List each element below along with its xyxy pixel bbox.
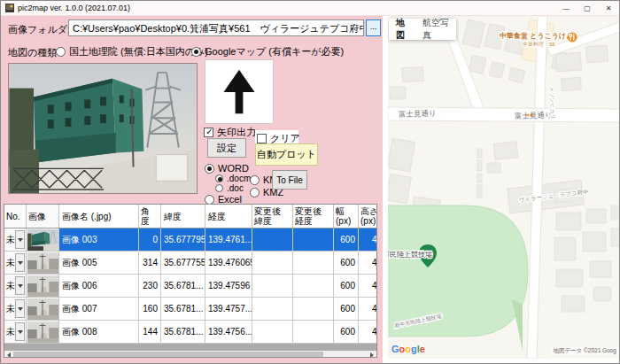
column-header-lat2[interactable]: 変更後 緯度 [252, 205, 293, 228]
longitude-cell[interactable]: 139.4757... [205, 298, 252, 320]
latitude-cell[interactable]: 35.6781... [161, 275, 205, 297]
radio-google[interactable]: Googleマップ (有償キーが必要) [191, 45, 344, 58]
new-longitude-cell[interactable] [293, 321, 334, 343]
maximize-icon[interactable]: ▢ [577, 1, 598, 16]
map-type-control[interactable]: 地図 航空写真 [389, 19, 456, 40]
to-file-button[interactable]: To File [272, 170, 307, 190]
new-latitude-cell[interactable] [252, 252, 293, 274]
latitude-cell[interactable]: 35.6781... [161, 321, 205, 343]
status-cell[interactable]: 未 [4, 228, 27, 251]
height-cell[interactable]: 45 [359, 228, 377, 251]
thumbnail-cell[interactable] [27, 228, 59, 251]
longitude-cell[interactable]: 139.4756... [205, 321, 252, 343]
poi-restaurant-category[interactable]: 中華料理・$$ [523, 42, 555, 47]
new-longitude-cell[interactable] [293, 275, 334, 297]
status-dropdown-button[interactable] [15, 322, 25, 341]
settings-button[interactable]: 設定 [207, 138, 246, 158]
map-canvas[interactable]: 地図 航空写真 [388, 16, 620, 359]
latitude-cell[interactable]: 35.677795 [161, 228, 205, 251]
width-cell[interactable]: 600 [334, 228, 359, 251]
new-latitude-cell[interactable] [252, 275, 293, 297]
height-cell[interactable]: 45 [359, 321, 377, 343]
stadium-label[interactable]: 府中市民陸上競技場 [388, 251, 432, 259]
width-cell[interactable]: 600 [334, 298, 359, 320]
restaurant-icon[interactable] [568, 33, 577, 43]
column-header-angle[interactable]: 角 度 [139, 205, 161, 228]
column-header-lat[interactable]: 緯度 [161, 205, 205, 228]
status-dropdown-button[interactable] [15, 253, 25, 272]
map-type-map[interactable]: 地図 [396, 17, 413, 42]
image-name-cell[interactable]: 画像 007 [59, 298, 139, 320]
column-header-lng[interactable]: 経度 [205, 205, 252, 228]
column-header-no[interactable]: No. [4, 205, 27, 228]
status-dropdown-button[interactable] [15, 299, 25, 318]
status-dropdown-button[interactable] [15, 230, 25, 249]
column-header-width[interactable]: 幅 (px) [334, 205, 359, 228]
image-name-cell[interactable]: 画像 005 [59, 252, 139, 274]
width-cell[interactable]: 600 [334, 321, 359, 343]
column-header-lng2[interactable]: 変更後 経度 [293, 205, 334, 228]
status-dropdown-button[interactable] [15, 276, 25, 295]
latitude-cell[interactable]: 35.6781... [161, 298, 205, 320]
thumbnail-cell[interactable] [27, 275, 59, 297]
status-cell[interactable]: 未 [4, 321, 27, 343]
image-name-cell[interactable]: 画像 008 [59, 321, 139, 343]
radio-docm[interactable]: .docm [215, 174, 251, 183]
new-longitude-cell[interactable] [293, 298, 334, 320]
table-row[interactable]: 未 [4, 275, 376, 298]
longitude-cell[interactable]: 139.476065 [205, 252, 252, 274]
column-header-name[interactable]: 画像名 (.jpg) [59, 205, 139, 228]
angle-cell[interactable]: 0 [139, 228, 161, 251]
angle-cell[interactable]: 230 [139, 275, 161, 297]
new-latitude-cell[interactable] [252, 321, 293, 343]
thumbnail-cell[interactable] [27, 252, 59, 274]
table-row[interactable]: 未 [4, 321, 376, 344]
table-row[interactable]: 未 [4, 252, 376, 275]
height-cell[interactable]: 45 [359, 298, 377, 320]
new-longitude-cell[interactable] [293, 228, 334, 251]
status-cell[interactable]: 未 [4, 298, 27, 320]
status-cell[interactable]: 未 [4, 252, 27, 274]
map-image[interactable]: 富士見通り 富士見通り 中華食堂 とうこうけん 中華料理・$$ メゾンヒカリ ヴ… [388, 16, 620, 359]
radio-doc[interactable]: .doc [215, 183, 244, 193]
width-cell[interactable]: 600 [334, 252, 359, 274]
thumbnail-cell[interactable] [27, 321, 59, 343]
angle-cell[interactable]: 160 [139, 298, 161, 320]
image-name-cell[interactable]: 画像 006 [59, 275, 139, 297]
height-cell[interactable]: 45 [359, 275, 377, 297]
scroll-left-icon[interactable] [4, 351, 13, 358]
radio-gsi[interactable]: 国土地理院 (無償:日本国内のみ) [56, 45, 208, 58]
map-type-satellite[interactable]: 航空写真 [422, 17, 456, 42]
browse-button[interactable]: ... [366, 19, 381, 36]
new-latitude-cell[interactable] [252, 298, 293, 320]
latitude-cell[interactable]: 35.677755 [161, 252, 205, 274]
angle-cell[interactable]: 144 [139, 321, 161, 343]
scroll-right-icon[interactable] [368, 351, 376, 358]
angle-cell[interactable]: 314 [139, 252, 161, 274]
column-header-height[interactable]: 高さ (px) [359, 205, 377, 228]
close-icon[interactable]: ✕ [598, 1, 619, 16]
auto-plot-button[interactable]: 自動プロット [255, 143, 318, 166]
column-header-image[interactable]: 画像 [27, 205, 59, 228]
thumbnail-cell[interactable] [27, 298, 59, 320]
new-longitude-cell[interactable] [293, 252, 334, 274]
longitude-cell[interactable]: 139.4761... [205, 228, 252, 251]
longitude-cell[interactable]: 139.47596 [205, 275, 252, 297]
image-name-cell[interactable]: 画像 003 [59, 228, 139, 251]
google-logo[interactable]: Google [391, 344, 425, 354]
height-cell[interactable]: 45 [359, 252, 377, 274]
arrow-output-checkbox[interactable]: ✓ 矢印出力 [204, 126, 256, 139]
new-latitude-cell[interactable] [252, 228, 293, 251]
photo-preview-image [9, 64, 197, 193]
status-cell[interactable]: 未 [4, 275, 27, 297]
scrollbar-thumb[interactable] [13, 352, 323, 358]
folder-path-input[interactable]: C:¥Users¥pao¥Desktop¥0.箕浦写真¥561 ヴィラージュテプ… [68, 19, 364, 36]
width-cell[interactable]: 600 [334, 275, 359, 297]
table-row[interactable]: 未 [4, 228, 376, 252]
horizontal-scrollbar[interactable] [4, 351, 376, 358]
poi-restaurant-name[interactable]: 中華食堂 とうこうけん [500, 32, 573, 40]
table-row[interactable]: 未 [4, 298, 376, 321]
radio-word[interactable]: WORD [205, 163, 249, 174]
minimize-icon[interactable]: — [555, 1, 577, 16]
stadium-field[interactable] [388, 205, 528, 337]
